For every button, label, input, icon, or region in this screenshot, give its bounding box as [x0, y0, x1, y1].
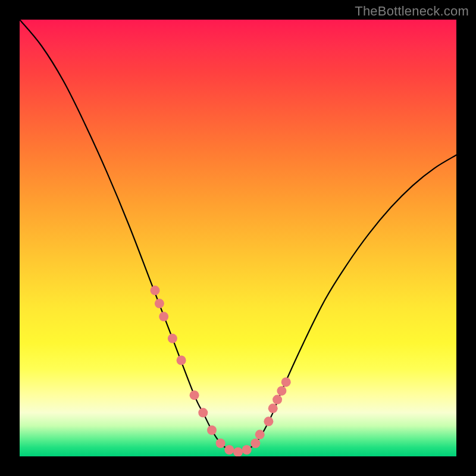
marker-dot: [224, 445, 234, 455]
marker-dot: [207, 425, 217, 435]
bottleneck-curve: [20, 20, 456, 452]
marker-dot: [277, 386, 286, 396]
marker-dot: [250, 439, 260, 448]
marker-dots: [151, 286, 291, 456]
marker-dot: [264, 416, 273, 426]
marker-dot: [168, 334, 177, 343]
plot-area: [20, 20, 456, 456]
chart-svg: [20, 20, 456, 456]
marker-dot: [233, 447, 243, 456]
marker-dot: [190, 390, 199, 400]
watermark-text: TheBottleneck.com: [355, 4, 469, 19]
marker-dot: [242, 445, 252, 455]
marker-dot: [268, 403, 278, 413]
marker-dot: [177, 356, 186, 365]
marker-dot: [159, 312, 168, 321]
marker-dot: [281, 377, 291, 387]
marker-dot: [216, 439, 226, 448]
marker-dot: [255, 430, 265, 439]
chart-frame: TheBottleneck.com: [0, 0, 476, 476]
marker-dot: [198, 408, 208, 418]
marker-dot: [151, 286, 160, 295]
marker-dot: [155, 299, 164, 308]
marker-dot: [273, 395, 282, 405]
